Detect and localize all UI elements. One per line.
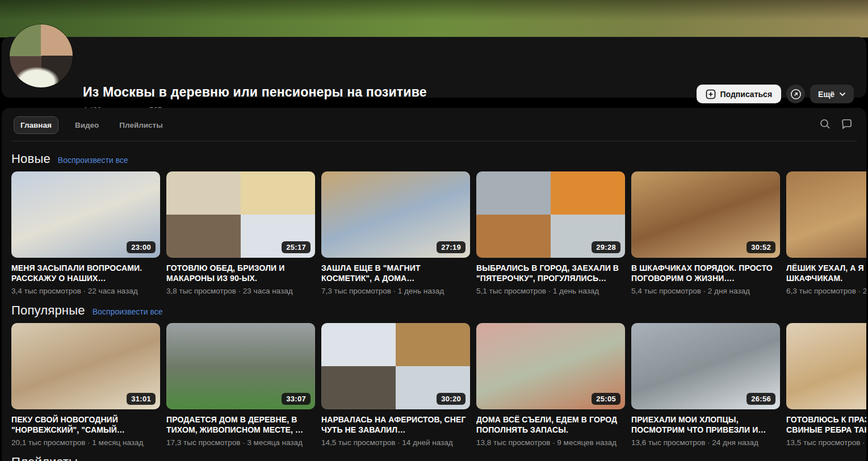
video-meta: 6,3 тыс просмотров · 2 дня назад xyxy=(786,287,866,295)
video-meta: 17,3 тыс просмотров · 3 месяца назад xyxy=(166,438,315,447)
video-duration-badge: 31:01 xyxy=(127,393,156,405)
video-title[interactable]: ПРОДАЕТСЯ ДОМ В ДЕРЕВНЕ, В ТИХОМ, ЖИВОПИ… xyxy=(166,414,315,435)
video-duration-badge: 29:28 xyxy=(592,241,620,253)
channel-banner xyxy=(0,0,868,37)
video-card[interactable]: 23:00 МЕНЯ ЗАСЫПАЛИ ВОПРОСАМИ. РАССКАЖУ … xyxy=(11,171,160,295)
video-thumbnail[interactable]: 23:00 xyxy=(11,171,160,258)
channel-title: Из Москвы в деревню или пенсионеры на по… xyxy=(83,85,427,100)
video-thumbnail[interactable]: 30:52 xyxy=(631,171,780,258)
video-duration-badge: 33:07 xyxy=(282,393,311,405)
video-card[interactable]: 25:17 ГОТОВЛЮ ОБЕД, БРИЗОЛИ И МАКАРОНЫ И… xyxy=(166,171,315,295)
video-card[interactable]: 30:52 В ШКАФЧИКАХ ПОРЯДОК. ПРОСТО ПОГОВО… xyxy=(631,171,780,295)
video-title[interactable]: ЛЁШИК УЕХАЛ, А Я ПРОЙДУСЬ ПО ШКАФЧИКАМ. xyxy=(786,263,866,283)
video-duration-badge: 30:52 xyxy=(747,241,775,253)
search-button[interactable] xyxy=(819,118,831,130)
section-popular: Популярные Воспроизвести все 31:01 ПЕКУ … xyxy=(11,303,866,447)
content-panel: Главная Видео Плейлисты xyxy=(2,108,866,461)
video-title[interactable]: ВЫБРАЛИСЬ В ГОРОД, ЗАЕХАЛИ В "ПЯТЕРОЧКУ"… xyxy=(476,263,625,283)
play-all-link[interactable]: Воспроизвести все xyxy=(93,307,163,316)
video-title[interactable]: ЗАШЛА ЕЩЕ В "МАГНИТ КОСМЕТИК", А ДОМА… xyxy=(321,263,470,283)
video-meta: 13,5 тыс просмотров · 2 месяца назад xyxy=(786,438,866,447)
video-meta: 5,1 тыс просмотров · 1 день назад xyxy=(476,287,625,295)
video-card[interactable]: 26:56 ПРИЕХАЛИ МОИ ХЛОПЦЫ, ПОСМОТРИМ ЧТО… xyxy=(631,323,780,447)
tab-home[interactable]: Главная xyxy=(14,116,58,134)
video-thumbnail[interactable]: 30:20 xyxy=(321,323,470,409)
video-thumbnail[interactable]: 29:28 xyxy=(476,171,625,258)
video-meta: 20,1 тыс просмотров · 1 месяц назад xyxy=(11,438,160,447)
video-thumbnail[interactable]: 27:19 xyxy=(321,171,470,258)
chevron-down-icon xyxy=(839,92,846,97)
video-title[interactable]: ГОТОВЛЮСЬ К ПРАЗДНИКУ, СВИНЫЕ РЕБРА ТАЮЩ… xyxy=(786,414,866,435)
video-meta: 5,4 тыс просмотров · 2 дня назад xyxy=(631,287,780,295)
video-card[interactable]: 31:01 ПЕКУ СВОЙ НОВОГОДНИЙ "НОРВЕЖСКИЙ",… xyxy=(11,323,160,447)
video-duration-badge: 26:56 xyxy=(747,393,775,405)
video-thumbnail[interactable]: 31:01 xyxy=(11,323,160,409)
video-title[interactable]: В ШКАФЧИКАХ ПОРЯДОК. ПРОСТО ПОГОВОРИМ О … xyxy=(631,263,780,283)
section-title: Новые xyxy=(11,152,51,166)
video-title[interactable]: ПРИЕХАЛИ МОИ ХЛОПЦЫ, ПОСМОТРИМ ЧТО ПРИВЕ… xyxy=(631,414,780,435)
more-button[interactable]: Ещё xyxy=(810,85,854,103)
video-title[interactable]: ДОМА ВСЁ СЪЕЛИ, ЕДЕМ В ГОРОД ПОПОЛНЯТЬ З… xyxy=(476,414,625,435)
video-title[interactable]: ПЕКУ СВОЙ НОВОГОДНИЙ "НОРВЕЖСКИЙ", "САМЫ… xyxy=(11,414,160,435)
subscribe-button[interactable]: Подписаться xyxy=(697,85,782,103)
share-button[interactable] xyxy=(786,85,805,103)
video-card[interactable]: ЛЁШИК УЕХАЛ, А Я ПРОЙДУСЬ ПО ШКАФЧИКАМ. … xyxy=(786,171,866,295)
tab-playlists[interactable]: Плейлисты xyxy=(113,116,169,134)
video-title[interactable]: ГОТОВЛЮ ОБЕД, БРИЗОЛИ И МАКАРОНЫ ИЗ 90-Ы… xyxy=(166,263,315,283)
video-duration-badge: 25:17 xyxy=(282,241,311,253)
video-card[interactable]: 33:07 ПРОДАЕТСЯ ДОМ В ДЕРЕВНЕ, В ТИХОМ, … xyxy=(166,323,315,447)
video-card[interactable]: 30:20 НАРВАЛАСЬ НА АФЕРИСТОВ, СНЕГ ЧУТЬ … xyxy=(321,323,470,447)
tabs-bar: Главная Видео Плейлисты xyxy=(2,108,866,134)
video-title[interactable]: МЕНЯ ЗАСЫПАЛИ ВОПРОСАМИ. РАССКАЖУ О НАШИ… xyxy=(11,263,160,283)
video-meta: 13,8 тыс просмотров · 9 месяцев назад xyxy=(476,438,625,447)
video-card[interactable]: 27:19 ЗАШЛА ЕЩЕ В "МАГНИТ КОСМЕТИК", А Д… xyxy=(321,171,470,295)
video-card[interactable]: 25:05 ДОМА ВСЁ СЪЕЛИ, ЕДЕМ В ГОРОД ПОПОЛ… xyxy=(476,323,625,447)
video-thumbnail[interactable]: 33:07 xyxy=(166,323,315,409)
section-title-playlists: Плейлисты xyxy=(11,455,866,461)
play-all-link[interactable]: Воспроизвести все xyxy=(58,156,128,165)
video-thumbnail[interactable] xyxy=(786,323,866,409)
video-thumbnail[interactable] xyxy=(786,171,866,258)
tab-videos[interactable]: Видео xyxy=(69,116,105,134)
search-icon xyxy=(819,118,831,130)
more-button-label: Ещё xyxy=(818,90,835,99)
video-thumbnail[interactable]: 26:56 xyxy=(631,323,780,409)
video-duration-badge: 23:00 xyxy=(127,241,156,253)
comment-bubble-icon xyxy=(841,118,853,130)
video-meta: 3,4 тыс просмотров · 22 часа назад xyxy=(11,287,160,295)
video-meta: 13,6 тыс просмотров · 24 дня назад xyxy=(631,438,780,447)
video-meta: 7,3 тыс просмотров · 1 день назад xyxy=(321,287,470,295)
video-meta: 3,8 тыс просмотров · 23 часа назад xyxy=(166,287,315,295)
tabs-divider xyxy=(11,141,857,141)
channel-header: Из Москвы в деревню или пенсионеры на по… xyxy=(2,37,866,98)
section-title: Популярные xyxy=(11,303,85,318)
comments-button[interactable] xyxy=(841,118,853,130)
video-card[interactable]: ГОТОВЛЮСЬ К ПРАЗДНИКУ, СВИНЫЕ РЕБРА ТАЮЩ… xyxy=(786,323,866,447)
video-duration-badge: 27:19 xyxy=(437,241,466,253)
video-title[interactable]: НАРВАЛАСЬ НА АФЕРИСТОВ, СНЕГ ЧУТЬ НЕ ЗАВ… xyxy=(321,414,470,435)
video-thumbnail[interactable]: 25:05 xyxy=(476,323,625,409)
video-card[interactable]: 29:28 ВЫБРАЛИСЬ В ГОРОД, ЗАЕХАЛИ В "ПЯТЕ… xyxy=(476,171,625,295)
channel-avatar[interactable] xyxy=(10,24,73,87)
video-thumbnail[interactable]: 25:17 xyxy=(166,171,315,258)
subscribe-label: Подписаться xyxy=(720,90,773,99)
plus-box-icon xyxy=(706,89,716,99)
video-meta: 14,5 тыс просмотров · 14 дней назад xyxy=(321,438,470,447)
video-duration-badge: 30:20 xyxy=(437,393,466,405)
section-new: Новые Воспроизвести все 23:00 МЕНЯ ЗАСЫП… xyxy=(11,152,866,295)
share-arrow-icon xyxy=(790,88,802,100)
video-duration-badge: 25:05 xyxy=(592,393,620,405)
